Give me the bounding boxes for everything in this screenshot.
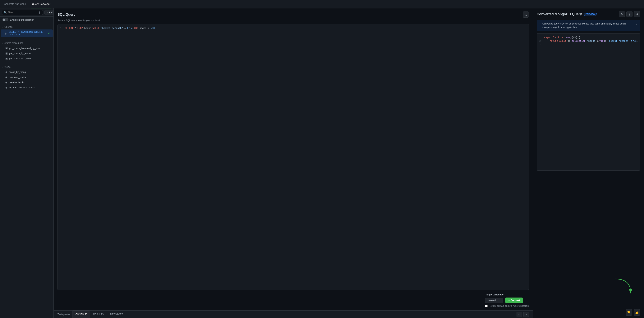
filter-input[interactable] [8,11,36,14]
sidebar-toolbar: 🔍 ⋮ + Add [0,8,54,17]
expand-icon[interactable]: ⤢ [516,312,522,317]
sidebar-item-query1-label: SELECT * FROM books WHERE "bookOfTh... [9,31,46,36]
line-numbers: 1 [58,24,64,290]
return-domain-row: Return domain objects where possible [485,305,529,307]
sidebar-item-sp2[interactable]: ▣ get_books_by_author [1,51,53,56]
sidebar-section-views: ▾ Views ◈ books_by_rating ◈ borrowed_boo… [0,63,54,92]
mongodb-code-content[interactable]: async function query(db) { return await … [542,33,640,170]
views-section-header[interactable]: ▾ Views [0,65,54,69]
bottom-toolbar: Target Language Javascript Python Java C… [54,290,533,310]
queries-section-header[interactable]: ▾ Queries [0,25,54,29]
top-nav: Generate App Code Query Converter [0,0,644,8]
sql-query-subtitle: Paste a SQL query used by your applicati… [54,19,533,24]
search-icon: 🔍 [4,11,7,14]
sp-icon-3: ▣ [5,57,8,60]
sidebar-item-v1-label: books_by_rating [9,71,26,73]
sql-query-header: SQL Query ... [54,8,533,19]
right-panel-title-group: Converted MongoDB Query PREVIEW [537,12,597,16]
bottom-tabs: Test queries CONSOLE RESULTS MESSAGES ⤢ … [54,310,533,318]
test-queries-label: Test queries [58,313,70,316]
convert-button[interactable]: + Convert [505,298,523,303]
tab-messages[interactable]: MESSAGES [107,311,126,318]
chevron-down-icon-views: ▾ [2,66,3,68]
right-panel-header: Converted MongoDB Query PREVIEW ✎ ⎘ ⬇ [533,8,644,20]
sidebar-item-v2[interactable]: ◈ borrowed_books [1,75,53,80]
download-button[interactable]: ⬇ [634,11,640,17]
preview-badge: PREVIEW [584,13,597,16]
return-domain-checkbox[interactable] [485,305,488,307]
chevron-down-icon: ▾ [2,26,3,28]
target-language-label: Target Language [485,293,529,296]
view-icon-4: ◈ [5,86,7,89]
sql-code-editor[interactable]: 1 SELECT * FROM books WHERE "bookOfTheMo… [58,24,529,290]
view-icon-1: ◈ [5,71,7,73]
multi-select-toggle[interactable] [2,18,8,21]
sidebar-item-v3[interactable]: ◈ overdue_books [1,80,53,85]
filter-options-button[interactable]: ⋮ [38,11,41,14]
target-language-group: Target Language Javascript Python Java C… [485,293,529,307]
multi-select-row: Enable multi-selection [0,17,54,23]
collapse-icon[interactable]: ∧ [524,312,529,317]
sp-icon-1: ▣ [5,47,8,50]
stored-procedures-section-label: Stored procedures [4,42,24,44]
sidebar-item-sp1[interactable]: ▣ get_books_borrowed_by_user [1,45,53,51]
sidebar-item-sp1-label: get_books_borrowed_by_user [9,47,40,50]
add-button[interactable]: + Add [44,10,54,15]
sidebar-item-sp3[interactable]: ▣ get_books_by_genre [1,56,53,61]
queries-section-label: Queries [4,26,12,28]
language-select[interactable]: Javascript Python Java C# [485,298,503,303]
domain-objects-label: domain objects [497,305,512,307]
main-layout: 🔍 ⋮ + Add Enable multi-selection ▾ Queri… [0,8,644,318]
where-possible-label: where possible [514,305,529,307]
right-panel-bottom-icons: 👎 👍 [533,308,644,318]
info-icon: ℹ [540,22,540,26]
sidebar-item-v2-label: borrowed_books [9,76,26,79]
tab-console[interactable]: CONSOLE [72,311,90,318]
arrow-area [533,171,644,308]
more-options-button[interactable]: ... [523,11,529,18]
sidebar-section-queries: ▾ Queries ▷ SELECT * FROM books WHERE "b… [0,23,54,39]
sidebar-item-v1[interactable]: ◈ books_by_rating [1,69,53,75]
check-icon: ✔ [48,32,50,35]
mongodb-code-editor: 123 async function query(db) { return aw… [537,33,640,171]
return-label: Return [489,305,496,307]
copy-button[interactable]: ⎘ [626,11,632,17]
edit-button[interactable]: ✎ [619,11,625,17]
bottom-right-icons: ⤢ ∧ [516,312,529,317]
filter-input-wrap[interactable]: 🔍 ⋮ [2,10,43,15]
sidebar-item-v4-label: top_ten_borrowed_books [9,86,35,89]
thumbs-down-icon[interactable]: 👎 [626,309,632,316]
right-line-numbers: 123 [537,33,542,170]
sidebar-item-v3-label: overdue_books [9,81,24,84]
tab-query-converter[interactable]: Query Converter [31,0,51,8]
view-icon-2: ◈ [5,76,7,79]
target-language-controls: Javascript Python Java C# + Convert [485,298,529,303]
sp-icon-2: ▣ [5,52,8,55]
sql-query-title: SQL Query [58,13,76,17]
views-section-label: Views [4,66,10,68]
stored-procedures-section-header[interactable]: ▾ Stored procedures [0,41,54,45]
view-icon-3: ◈ [5,81,7,84]
arrow-annotation [612,277,634,296]
alert-close-button[interactable]: × [636,22,637,27]
sidebar-item-v4[interactable]: ◈ top_ten_borrowed_books [1,85,53,90]
right-panel-title: Converted MongoDB Query [537,12,582,16]
tab-results[interactable]: RESULTS [90,311,107,318]
alert-text: Converted query may not be accurate. Ple… [542,22,634,29]
sidebar: 🔍 ⋮ + Add Enable multi-selection ▾ Queri… [0,8,54,318]
thumbs-up-icon[interactable]: 👍 [634,309,640,316]
sql-code-content[interactable]: SELECT * FROM books WHERE "bookOfTheMont… [64,24,528,290]
sidebar-item-query1[interactable]: ▷ SELECT * FROM books WHERE "bookOfTh...… [1,29,53,37]
sidebar-item-sp3-label: get_books_by_genre [9,57,31,60]
language-select-wrap: Javascript Python Java C# [485,298,503,303]
alert-banner: ℹ Converted query may not be accurate. P… [537,20,640,31]
sidebar-item-sp2-label: get_books_by_author [9,52,31,55]
center-panel: SQL Query ... Paste a SQL query used by … [54,8,533,318]
tab-generate-app-code[interactable]: Generate App Code [3,0,27,8]
chevron-down-icon-sp: ▾ [2,42,3,44]
multi-select-label: Enable multi-selection [10,18,34,21]
right-toolbar: ✎ ⎘ ⬇ [619,11,640,17]
query-icon: ▷ [5,32,7,35]
right-panel: Converted MongoDB Query PREVIEW ✎ ⎘ ⬇ ℹ … [533,8,644,318]
sidebar-section-stored-procedures: ▾ Stored procedures ▣ get_books_borrowed… [0,39,54,63]
